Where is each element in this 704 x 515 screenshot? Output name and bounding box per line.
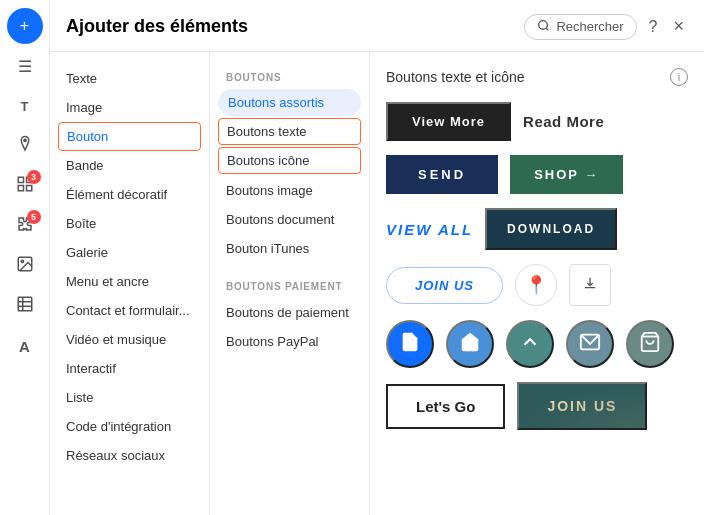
panel-title: Ajouter des éléments	[66, 16, 516, 37]
svg-rect-4	[26, 186, 31, 191]
category-contact[interactable]: Contact et formulair...	[50, 296, 209, 325]
download-small-button[interactable]	[569, 264, 611, 306]
add-element-button[interactable]: +	[7, 8, 43, 44]
download-button[interactable]: DOWNLOAD	[485, 208, 617, 250]
main-panel: Ajouter des éléments Rechercher ? × Text…	[50, 0, 704, 515]
btn-row-4: JOIN US 📍	[386, 264, 688, 306]
apps-badge: 3	[27, 170, 41, 184]
circle-bag-button[interactable]	[626, 320, 674, 368]
read-more-button[interactable]: Read More	[523, 113, 604, 130]
pin-icon: 📍	[525, 274, 547, 296]
preview-column: Boutons texte et icône i View More Read …	[370, 52, 704, 515]
subcat-boutons-image[interactable]: Boutons image	[210, 176, 369, 205]
svg-rect-13	[585, 287, 596, 288]
category-bouton[interactable]: Bouton	[58, 122, 201, 151]
sidebar-item-apps[interactable]: 3	[7, 168, 43, 204]
file-icon	[399, 331, 421, 358]
info-icon: i	[678, 71, 680, 83]
category-menu[interactable]: Menu et ancre	[50, 267, 209, 296]
plus-icon: +	[20, 17, 29, 35]
sidebar-item-puzzle[interactable]: 5	[7, 208, 43, 244]
category-decoratif[interactable]: Élément décoratif	[50, 180, 209, 209]
svg-line-12	[546, 28, 548, 30]
category-code[interactable]: Code d'intégration	[50, 412, 209, 441]
subcat-boutons-icone[interactable]: Boutons icône	[218, 147, 361, 174]
panel-header: Ajouter des éléments Rechercher ? ×	[50, 0, 704, 52]
category-image[interactable]: Image	[50, 93, 209, 122]
sidebar-item-menu[interactable]: ☰	[7, 48, 43, 84]
paiement-section-label: BOUTONS PAIEMENT	[210, 273, 369, 298]
join-us-dark-button[interactable]: JOIN US	[517, 382, 647, 430]
category-reseaux[interactable]: Réseaux sociaux	[50, 441, 209, 470]
category-boite[interactable]: Boîte	[50, 209, 209, 238]
sidebar: + ☰ T 3 5 A	[0, 0, 50, 515]
mail-icon	[579, 331, 601, 358]
info-button[interactable]: i	[670, 68, 688, 86]
help-button[interactable]: ?	[645, 14, 662, 40]
search-label: Rechercher	[556, 19, 623, 34]
shop-button[interactable]: SHOP →	[510, 155, 623, 194]
shopping-bag-icon	[639, 331, 661, 358]
subcat-boutons-paypal[interactable]: Boutons PayPal	[210, 327, 369, 356]
chevron-up-icon	[519, 331, 541, 358]
btn-row-6: Let's Go JOIN US	[386, 382, 688, 430]
categories-column: Texte Image Bouton Bande Élément décorat…	[50, 52, 210, 515]
category-bande[interactable]: Bande	[50, 151, 209, 180]
preview-header: Boutons texte et icône i	[386, 68, 688, 86]
svg-rect-1	[18, 177, 23, 182]
svg-point-11	[539, 20, 548, 29]
subcat-boutons-texte[interactable]: Boutons texte	[218, 118, 361, 145]
close-button[interactable]: ×	[669, 12, 688, 41]
search-icon	[537, 19, 550, 35]
btn-row-5	[386, 320, 688, 368]
btn-row-2: SEND SHOP →	[386, 155, 688, 194]
category-liste[interactable]: Liste	[50, 383, 209, 412]
category-video[interactable]: Vidéo et musique	[50, 325, 209, 354]
content-area: Texte Image Bouton Bande Élément décorat…	[50, 52, 704, 515]
circle-mail-button[interactable]	[566, 320, 614, 368]
subcat-boutons-document[interactable]: Boutons document	[210, 205, 369, 234]
svg-point-6	[21, 260, 23, 262]
pin-button[interactable]: 📍	[515, 264, 557, 306]
sidebar-item-paint[interactable]	[7, 128, 43, 164]
home-icon	[459, 331, 481, 358]
circle-home-button[interactable]	[446, 320, 494, 368]
view-all-button[interactable]: VIEW ALL	[386, 221, 473, 238]
join-us-outline-button[interactable]: JOIN US	[386, 267, 503, 304]
send-button[interactable]: SEND	[386, 155, 498, 194]
subcategories-column: BOUTONS Boutons assortis Boutons texte B…	[210, 52, 370, 515]
lets-go-button[interactable]: Let's Go	[386, 384, 505, 429]
circle-file-button[interactable]	[386, 320, 434, 368]
font-icon: A	[19, 338, 30, 355]
table-icon	[16, 295, 34, 317]
sidebar-item-text[interactable]: T	[7, 88, 43, 124]
view-more-button[interactable]: View More	[386, 102, 511, 141]
download-icon	[582, 275, 598, 295]
brush-icon	[16, 135, 34, 157]
svg-rect-3	[18, 186, 23, 191]
search-bar[interactable]: Rechercher	[524, 14, 636, 40]
subcat-boutons-paiement[interactable]: Boutons de paiement	[210, 298, 369, 327]
svg-point-0	[23, 139, 25, 141]
text-block-icon: T	[21, 99, 29, 114]
btn-row-3: VIEW ALL DOWNLOAD	[386, 208, 688, 250]
category-galerie[interactable]: Galerie	[50, 238, 209, 267]
btn-row-1: View More Read More	[386, 102, 688, 141]
boutons-section-label: BOUTONS	[210, 64, 369, 89]
category-interactif[interactable]: Interactif	[50, 354, 209, 383]
sidebar-item-font[interactable]: A	[7, 328, 43, 364]
circle-up-button[interactable]	[506, 320, 554, 368]
svg-rect-7	[18, 297, 32, 311]
sidebar-item-image[interactable]	[7, 248, 43, 284]
puzzle-badge: 5	[27, 210, 41, 224]
menu-icon: ☰	[18, 57, 32, 76]
subcat-bouton-itunes[interactable]: Bouton iTunes	[210, 234, 369, 263]
image-icon	[16, 255, 34, 277]
preview-title: Boutons texte et icône	[386, 69, 525, 85]
category-texte[interactable]: Texte	[50, 64, 209, 93]
sidebar-item-table[interactable]	[7, 288, 43, 324]
subcat-boutons-assortis[interactable]: Boutons assortis	[218, 89, 361, 116]
